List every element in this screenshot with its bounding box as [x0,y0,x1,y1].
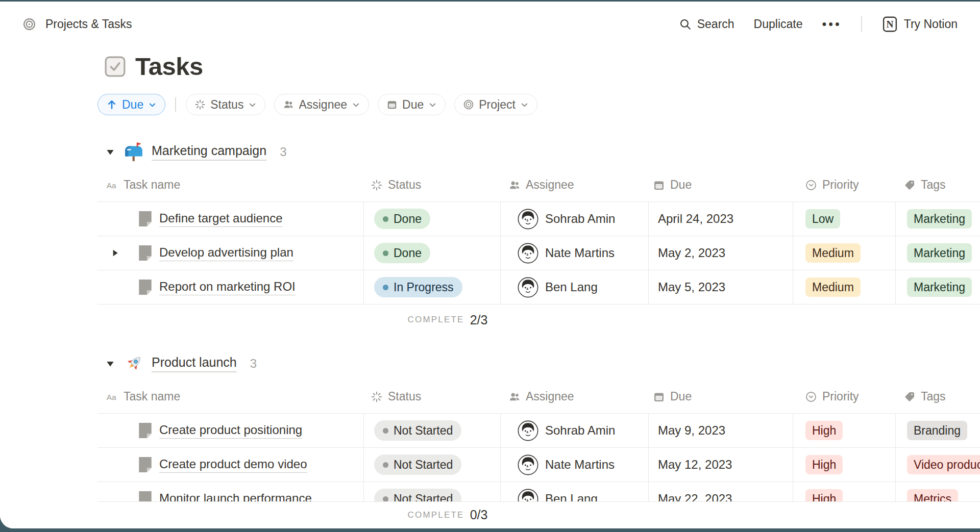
page-icon [138,245,153,261]
assignee-avatar [518,420,538,441]
tag-icon [903,391,916,403]
priority-tag[interactable]: High [805,455,843,474]
assignee-avatar [518,454,538,475]
column-label: Task name [124,178,180,192]
column-label: Assignee [526,178,574,192]
people-icon [508,179,521,191]
column-header-priority[interactable]: Priority [793,178,895,192]
tag[interactable]: Branding [907,421,967,440]
table-row[interactable]: Report on marketing ROIIn ProgressBen La… [97,270,980,305]
task-name-link[interactable]: Define target audience [159,211,283,227]
status-pill[interactable]: Not Started [374,420,461,441]
page-icon [138,422,153,439]
task-name-link[interactable]: Report on marketing ROI [159,280,296,295]
group-title[interactable]: Product launch [152,355,237,372]
app-window: Projects & Tasks Search Duplicate ••• N … [0,2,980,528]
complete-label: COMPLETE [408,315,464,325]
column-header-tags[interactable]: Tags [895,178,980,192]
tag[interactable]: Marketing [907,209,972,229]
expand-subtasks-icon[interactable] [111,249,119,258]
priority-tag[interactable]: Low [805,209,840,229]
assignee-name[interactable]: Ben Lang [545,280,598,294]
group-collapse-icon[interactable] [106,359,115,368]
column-header-task-name[interactable]: AaTask name [97,178,363,192]
column-label: Status [388,390,421,403]
task-name-link[interactable]: Develop advertising plan [159,245,293,261]
column-header-due[interactable]: Due [648,390,793,403]
group-title[interactable]: Marketing campaign [152,143,266,161]
column-header-task-name[interactable]: AaTask name [97,390,363,403]
column-header-due[interactable]: Due [648,178,793,192]
column-header-tags[interactable]: Tags [895,390,980,403]
calendar-icon [653,391,665,403]
assignee-name[interactable]: Sohrab Amin [545,423,615,438]
mailbox-emoji [124,142,144,162]
due-date[interactable]: May 2, 2023 [658,246,725,260]
group-header: Marketing campaign3 [106,140,286,164]
status-label: In Progress [394,281,454,294]
task-name-link[interactable]: Create product demo video [159,457,307,473]
group-collapse-icon[interactable] [106,147,115,157]
assignee-name[interactable]: Sohrab Amin [545,212,615,226]
status-dot [383,216,388,222]
assignee-name[interactable]: Nate Martins [545,458,615,472]
column-label: Task name [124,390,180,403]
priority-icon [805,179,817,191]
status-dot [383,250,388,256]
group-count: 3 [250,357,257,371]
column-header-status[interactable]: Status [363,390,500,403]
page-icon [138,457,153,473]
tag[interactable]: Marketing [907,243,972,263]
priority-tag[interactable]: Medium [805,277,861,297]
svg-text:Aa: Aa [107,181,116,189]
column-label: Due [670,390,692,403]
priority-tag[interactable]: Medium [805,243,861,263]
column-header-assignee[interactable]: Assignee [500,178,648,192]
text-icon: Aa [106,391,118,403]
due-date[interactable]: May 12, 2023 [658,458,732,472]
assignee-avatar [518,277,538,298]
due-date[interactable]: April 24, 2023 [658,212,733,226]
status-dot [383,496,388,502]
status-label: Done [394,212,422,226]
column-label: Status [388,178,421,192]
people-icon [508,391,521,403]
status-pill[interactable]: Not Started [374,454,461,475]
tag[interactable]: Marketing [907,277,972,297]
status-dot [383,428,388,434]
group-aggregate-footer: COMPLETE0/3 [0,501,980,528]
table-body: Define target audienceDoneSohrab AminApr… [97,201,980,305]
table-row[interactable]: Develop advertising planDoneNate Martins… [97,236,980,270]
status-pill[interactable]: In Progress [374,277,462,297]
complete-label: COMPLETE [408,510,464,520]
table-row[interactable]: Create product demo videoNot StartedNate… [97,448,980,482]
complete-value: 0/3 [470,508,488,522]
status-pill[interactable]: Done [374,243,430,263]
due-date[interactable]: May 9, 2023 [658,423,725,438]
status-label: Not Started [394,458,453,472]
column-header-status[interactable]: Status [363,178,500,192]
tag[interactable]: Video production [907,455,980,474]
column-label: Due [670,178,692,192]
column-label: Tags [921,178,946,192]
due-date[interactable]: May 5, 2023 [658,280,725,294]
status-label: Done [394,246,422,260]
column-label: Priority [822,178,859,192]
status-pill[interactable]: Done [374,209,430,229]
column-header-assignee[interactable]: Assignee [500,390,648,403]
priority-tag[interactable]: High [805,421,843,440]
column-label: Priority [822,390,859,403]
group-header: Product launch3 [106,352,257,375]
assignee-avatar [518,243,538,264]
tag-icon [903,179,916,191]
column-header-priority[interactable]: Priority [793,390,895,403]
table-row[interactable]: Define target audienceDoneSohrab AminApr… [97,202,980,236]
status-dot [383,285,388,290]
text-icon: Aa [106,179,118,191]
task-name-link[interactable]: Create product positioning [159,423,302,439]
page-icon [138,279,153,295]
priority-icon [805,391,817,403]
assignee-name[interactable]: Nate Martins [545,246,615,260]
table-row[interactable]: Create product positioningNot StartedSoh… [97,414,980,448]
assignee-avatar [518,209,538,230]
